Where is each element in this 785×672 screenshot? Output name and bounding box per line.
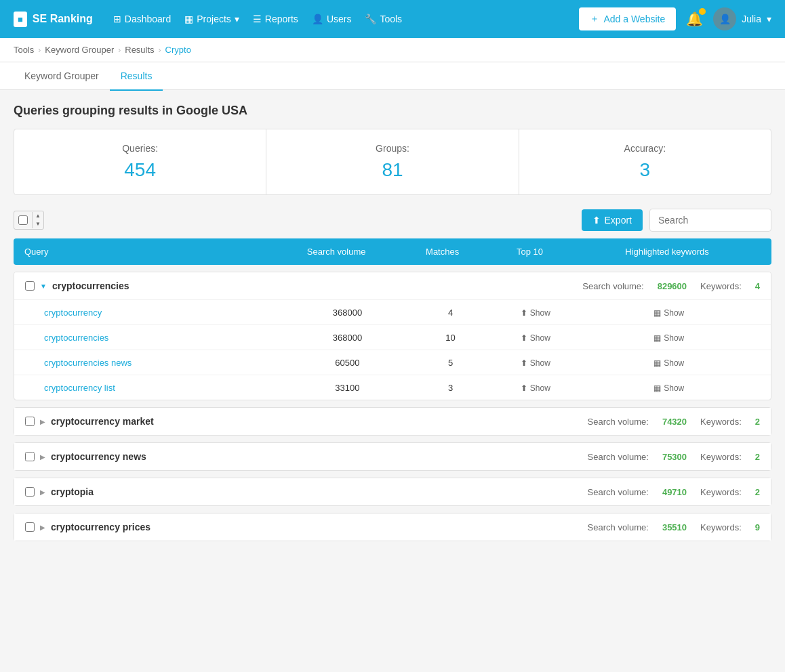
group-header-cryptopia[interactable]: ▶ cryptopia Search volume: 49710 Keyword… bbox=[14, 478, 771, 505]
table-row: cryptocurrency list 33100 3 ⬆ Show ▦ Sho… bbox=[14, 375, 771, 400]
row-volume-0-3: 33100 bbox=[287, 383, 408, 393]
row-query-0-1[interactable]: cryptocurrencies bbox=[44, 333, 287, 343]
row-top10-0-1[interactable]: ⬆ Show bbox=[493, 332, 578, 343]
top10-show-btn-0-3[interactable]: ⬆ Show bbox=[521, 383, 550, 393]
group-sv-label-1: Search volume: bbox=[582, 281, 643, 291]
chevron-down-icon: ▾ bbox=[235, 14, 239, 24]
search-input[interactable] bbox=[649, 209, 771, 232]
table-row: cryptocurrencies news 60500 5 ⬆ Show ▦ S… bbox=[14, 350, 771, 375]
group-collapse-icon-4[interactable]: ▶ bbox=[40, 488, 45, 496]
col-highlighted: Highlighted keywords bbox=[573, 247, 761, 257]
breadcrumb-sep-3: › bbox=[159, 45, 161, 55]
breadcrumb-results[interactable]: Results bbox=[125, 45, 154, 55]
group-cryptocurrency-prices: ▶ cryptocurrency prices Search volume: 3… bbox=[14, 513, 771, 541]
page-title: Queries grouping results in Google USA bbox=[14, 104, 771, 118]
row-top10-0-0[interactable]: ⬆ Show bbox=[493, 307, 578, 318]
nav-dashboard[interactable]: ⊞ Dashboard bbox=[113, 14, 172, 24]
export-button[interactable]: ⬆ Export bbox=[582, 209, 643, 231]
group-sv-value-5: 35510 bbox=[662, 522, 687, 532]
nav-right: ＋ Add a Website 🔔 👤 Julia ▾ bbox=[579, 7, 771, 30]
users-icon: 👤 bbox=[312, 14, 323, 24]
add-website-button[interactable]: ＋ Add a Website bbox=[579, 7, 676, 30]
tab-results[interactable]: Results bbox=[110, 62, 163, 91]
group-collapse-icon-3[interactable]: ▶ bbox=[40, 453, 45, 461]
stepper-up[interactable]: ▲ bbox=[33, 212, 43, 220]
nav-reports[interactable]: ☰ Reports bbox=[253, 14, 298, 24]
nav-users[interactable]: 👤 Users bbox=[312, 14, 352, 24]
row-top10-0-3[interactable]: ⬆ Show bbox=[493, 382, 578, 393]
select-all-checkbox[interactable] bbox=[18, 215, 28, 225]
group-kw-label-1: Keywords: bbox=[700, 281, 742, 291]
stepper-down[interactable]: ▼ bbox=[33, 220, 43, 228]
breadcrumb-crypto[interactable]: Crypto bbox=[165, 45, 191, 55]
toolbar-right: ⬆ Export bbox=[582, 209, 771, 232]
breadcrumb-tools[interactable]: Tools bbox=[14, 45, 34, 55]
top10-show-btn-0-1[interactable]: ⬆ Show bbox=[521, 333, 550, 343]
breadcrumb: Tools › Keyword Grouper › Results › Cryp… bbox=[0, 38, 785, 62]
highlighted-show-btn-0-1[interactable]: ▦ Show bbox=[653, 333, 684, 343]
group-checkbox-2[interactable] bbox=[25, 417, 35, 426]
highlighted-show-btn-0-2[interactable]: ▦ Show bbox=[653, 358, 684, 368]
group-expand-icon[interactable]: ▼ bbox=[40, 282, 47, 290]
group-sv-label-4: Search volume: bbox=[588, 487, 649, 497]
group-name-cryptopia: cryptopia bbox=[51, 486, 94, 497]
highlighted-show-icon: ▦ bbox=[653, 308, 661, 318]
group-kw-count-5: 9 bbox=[755, 522, 760, 532]
group-sv-label-5: Search volume: bbox=[588, 522, 649, 532]
breadcrumb-sep-1: › bbox=[38, 45, 41, 55]
groups-value: 81 bbox=[280, 159, 504, 181]
group-header-left: ▼ cryptocurrencies bbox=[25, 280, 129, 291]
group-checkbox-5[interactable] bbox=[25, 522, 35, 532]
user-chevron-icon: ▾ bbox=[767, 14, 771, 24]
group-checkbox-3[interactable] bbox=[25, 452, 35, 461]
row-query-0-3[interactable]: cryptocurrency list bbox=[44, 383, 287, 393]
row-top10-0-2[interactable]: ⬆ Show bbox=[493, 357, 578, 368]
toolbar-left: ▲ ▼ bbox=[14, 211, 44, 230]
row-highlighted-0-3[interactable]: ▦ Show bbox=[578, 382, 760, 393]
group-collapse-icon-5[interactable]: ▶ bbox=[40, 524, 45, 531]
row-highlighted-0-1[interactable]: ▦ Show bbox=[578, 332, 760, 343]
nav-projects[interactable]: ▦ Projects ▾ bbox=[184, 14, 239, 24]
group-header-cryptocurrencies[interactable]: ▼ cryptocurrencies Search volume: 829600… bbox=[14, 272, 771, 299]
stat-accuracy: Accuracy: 3 bbox=[519, 129, 771, 194]
breadcrumb-sep-2: › bbox=[118, 45, 121, 55]
row-query-0-0[interactable]: cryptocurrency bbox=[44, 308, 287, 318]
group-kw-label-2: Keywords: bbox=[700, 417, 742, 427]
group-header-cryptocurrency-news[interactable]: ▶ cryptocurrency news Search volume: 753… bbox=[14, 443, 771, 470]
tab-keyword-grouper[interactable]: Keyword Grouper bbox=[14, 62, 110, 91]
logo[interactable]: ■ SE Ranking bbox=[14, 12, 93, 27]
plus-icon: ＋ bbox=[590, 13, 599, 25]
user-menu[interactable]: 👤 Julia ▾ bbox=[713, 7, 771, 30]
group-header-right-2: Search volume: 74320 Keywords: 2 bbox=[588, 417, 760, 427]
highlighted-show-icon-2: ▦ bbox=[653, 358, 661, 368]
top10-show-btn-0-2[interactable]: ⬆ Show bbox=[521, 358, 550, 368]
group-kw-label-5: Keywords: bbox=[700, 522, 742, 532]
row-matches-0-2: 5 bbox=[408, 358, 493, 368]
highlighted-show-btn-0-0[interactable]: ▦ Show bbox=[653, 308, 684, 318]
checkbox-stepper[interactable]: ▲ ▼ bbox=[14, 211, 44, 230]
row-volume-0-2: 60500 bbox=[287, 358, 408, 368]
group-header-cryptocurrency-market[interactable]: ▶ cryptocurrency market Search volume: 7… bbox=[14, 408, 771, 435]
group-checkbox-4[interactable] bbox=[25, 487, 35, 497]
row-highlighted-0-0[interactable]: ▦ Show bbox=[578, 307, 760, 318]
table-row: cryptocurrencies 368000 10 ⬆ Show ▦ Show bbox=[14, 324, 771, 350]
avatar: 👤 bbox=[713, 7, 736, 30]
highlighted-show-icon-1: ▦ bbox=[653, 333, 661, 343]
accuracy-label: Accuracy: bbox=[533, 143, 757, 154]
row-highlighted-0-2[interactable]: ▦ Show bbox=[578, 357, 760, 368]
top10-show-btn-0-0[interactable]: ⬆ Show bbox=[521, 308, 550, 318]
reports-icon: ☰ bbox=[253, 14, 262, 24]
highlighted-show-btn-0-3[interactable]: ▦ Show bbox=[653, 383, 684, 393]
notification-bell[interactable]: 🔔 bbox=[686, 11, 703, 27]
group-cryptocurrencies: ▼ cryptocurrencies Search volume: 829600… bbox=[14, 272, 771, 400]
row-query-0-2[interactable]: cryptocurrencies news bbox=[44, 358, 287, 368]
group-collapse-icon-2[interactable]: ▶ bbox=[40, 418, 45, 425]
group-header-right-4: Search volume: 49710 Keywords: 2 bbox=[588, 487, 760, 497]
group-header-cryptocurrency-prices[interactable]: ▶ cryptocurrency prices Search volume: 3… bbox=[14, 513, 771, 541]
group-checkbox-1[interactable] bbox=[25, 281, 35, 291]
row-volume-0-0: 368000 bbox=[287, 308, 408, 318]
top10-show-icon-1: ⬆ bbox=[521, 333, 527, 343]
row-matches-0-0: 4 bbox=[408, 308, 493, 318]
nav-tools[interactable]: 🔧 Tools bbox=[365, 14, 402, 24]
breadcrumb-keyword-grouper[interactable]: Keyword Grouper bbox=[45, 45, 114, 55]
